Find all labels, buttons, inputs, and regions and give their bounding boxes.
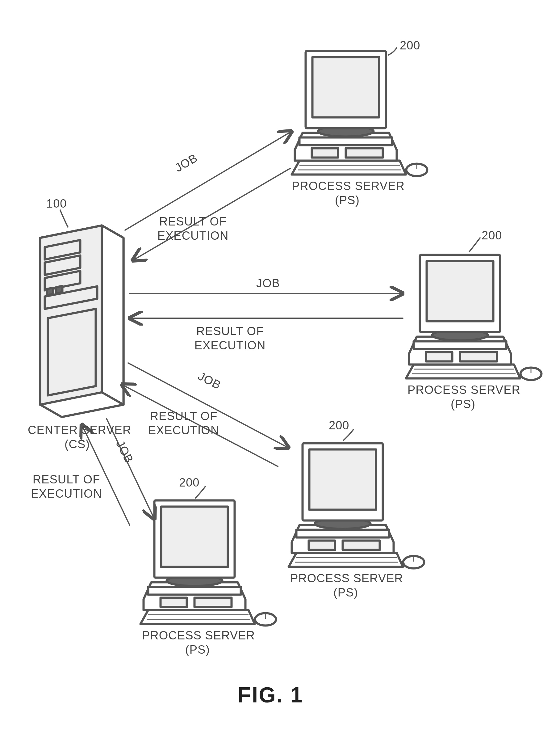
ps4-ref: 200 [179, 476, 199, 490]
figure-caption: FIG. 1 [238, 683, 303, 707]
diagram-page: 100 CENTER SERVER (CS) 200 PROCESS SERVE… [0, 0, 560, 729]
ps3-ref: 200 [329, 419, 349, 433]
process-server-2-icon [406, 255, 541, 380]
ps1-label: PROCESS SERVER (PS) [292, 179, 403, 207]
link2-job: JOB [256, 276, 280, 291]
center-server-label: CENTER SERVER (CS) [28, 423, 127, 451]
svg-line-13 [133, 168, 290, 260]
svg-rect-11 [56, 286, 62, 293]
diagram-svg [0, 0, 560, 729]
ps3-label: PROCESS SERVER (PS) [290, 572, 401, 600]
center-server-icon [40, 225, 123, 417]
center-server-ref: 100 [46, 197, 67, 211]
ps1-ref: 200 [400, 39, 420, 53]
ps2-ref: 200 [482, 228, 502, 243]
ps2-label: PROCESS SERVER (PS) [407, 383, 519, 411]
link4-result: RESULT OF EXECUTION [29, 473, 103, 501]
process-server-3-icon [289, 443, 424, 568]
link3-result: RESULT OF EXECUTION [147, 409, 221, 438]
link2-result: RESULT OF EXECUTION [193, 324, 267, 352]
ps4-label: PROCESS SERVER (PS) [142, 629, 253, 657]
svg-rect-10 [47, 288, 53, 295]
link1-result: RESULT OF EXECUTION [156, 215, 230, 243]
process-server-1-icon [292, 51, 427, 176]
process-server-4-icon [140, 501, 276, 626]
